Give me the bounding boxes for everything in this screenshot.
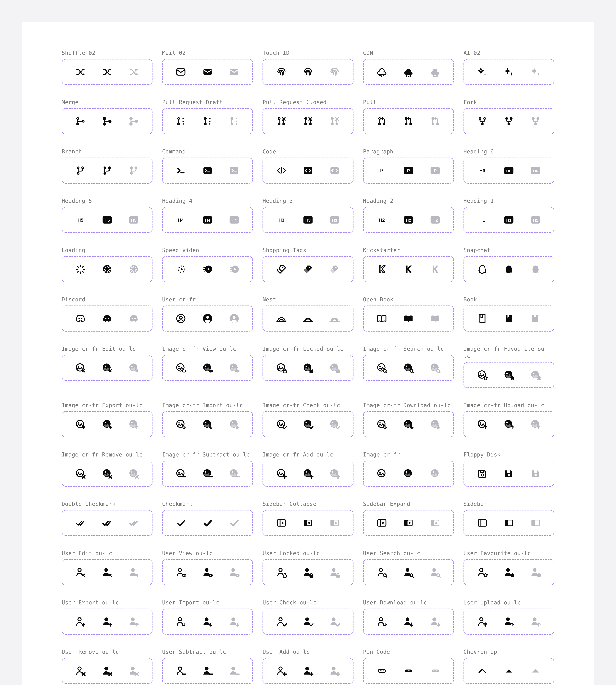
code-outline-icon[interactable] bbox=[274, 163, 289, 178]
book-outline-icon[interactable] bbox=[475, 311, 490, 326]
image-cr-fr-download-ou-lc-filled-icon[interactable] bbox=[401, 417, 416, 432]
ai-02-duotone-icon[interactable] bbox=[528, 64, 543, 80]
mail-02-filled-icon[interactable] bbox=[200, 64, 215, 80]
user-add-ou-lc-duotone-icon[interactable] bbox=[327, 663, 342, 679]
user-favourite-ou-lc-outline-icon[interactable] bbox=[475, 565, 490, 580]
heading-2-outline-icon[interactable]: H2 bbox=[374, 212, 389, 227]
user-check-ou-lc-duotone-icon[interactable] bbox=[327, 614, 342, 629]
shopping-tags-outline-icon[interactable] bbox=[274, 262, 289, 277]
snapchat-outline-icon[interactable] bbox=[475, 262, 490, 277]
double-checkmark-filled-icon[interactable] bbox=[100, 515, 115, 530]
user-remove-ou-lc-filled-icon[interactable] bbox=[100, 663, 115, 679]
branch-outline-icon[interactable] bbox=[73, 163, 88, 178]
image-cr-fr-subtract-ou-lc-outline-icon[interactable] bbox=[173, 466, 189, 481]
user-search-ou-lc-filled-icon[interactable] bbox=[401, 565, 416, 580]
pull-filled-icon[interactable] bbox=[401, 114, 416, 129]
double-checkmark-duotone-icon[interactable] bbox=[126, 515, 141, 530]
paragraph-duotone-icon[interactable]: P bbox=[427, 163, 443, 178]
image-cr-fr-upload-ou-lc-outline-icon[interactable] bbox=[475, 417, 490, 432]
snapchat-filled-icon[interactable] bbox=[501, 262, 516, 277]
mail-02-duotone-icon[interactable] bbox=[227, 64, 242, 80]
sidebar-collapse-outline-icon[interactable] bbox=[274, 515, 289, 530]
kickstarter-duotone-icon[interactable] bbox=[427, 262, 443, 277]
open-book-outline-icon[interactable] bbox=[374, 311, 389, 326]
heading-4-duotone-icon[interactable]: H4 bbox=[227, 212, 242, 227]
user-locked-ou-lc-filled-icon[interactable] bbox=[301, 565, 315, 580]
user-edit-ou-lc-outline-icon[interactable] bbox=[73, 565, 88, 580]
command-filled-icon[interactable] bbox=[200, 163, 215, 178]
shopping-tags-duotone-icon[interactable] bbox=[327, 262, 342, 277]
user-cr-fr-outline-icon[interactable] bbox=[173, 311, 189, 326]
speed-video-outline-icon[interactable] bbox=[173, 262, 189, 277]
pull-request-draft-outline-icon[interactable] bbox=[173, 114, 189, 129]
heading-4-filled-icon[interactable]: H4 bbox=[200, 212, 215, 227]
user-download-ou-lc-outline-icon[interactable] bbox=[374, 614, 389, 629]
user-subtract-ou-lc-outline-icon[interactable] bbox=[173, 663, 189, 679]
image-cr-fr-search-ou-lc-filled-icon[interactable] bbox=[401, 360, 416, 375]
speed-video-duotone-icon[interactable] bbox=[227, 262, 242, 277]
image-cr-fr-import-ou-lc-filled-icon[interactable] bbox=[200, 417, 215, 432]
image-cr-fr-duotone-icon[interactable] bbox=[427, 466, 443, 481]
user-import-ou-lc-filled-icon[interactable] bbox=[200, 614, 215, 629]
cdn-filled-icon[interactable] bbox=[401, 64, 416, 80]
user-subtract-ou-lc-duotone-icon[interactable] bbox=[227, 663, 242, 679]
pin-code-outline-icon[interactable] bbox=[374, 663, 389, 679]
sidebar-filled-icon[interactable] bbox=[501, 515, 516, 530]
touch-id-duotone-icon[interactable] bbox=[327, 64, 342, 80]
heading-3-filled-icon[interactable]: H3 bbox=[301, 212, 315, 227]
fork-filled-icon[interactable] bbox=[501, 114, 516, 129]
nest-duotone-icon[interactable] bbox=[327, 311, 342, 326]
user-export-ou-lc-duotone-icon[interactable] bbox=[126, 614, 141, 629]
image-cr-fr-view-ou-lc-duotone-icon[interactable] bbox=[227, 360, 242, 375]
command-duotone-icon[interactable] bbox=[227, 163, 242, 178]
fork-duotone-icon[interactable] bbox=[528, 114, 543, 129]
user-search-ou-lc-outline-icon[interactable] bbox=[374, 565, 389, 580]
user-upload-ou-lc-outline-icon[interactable] bbox=[475, 614, 490, 629]
chevron-up-duotone-icon[interactable] bbox=[528, 663, 543, 679]
image-cr-fr-remove-ou-lc-filled-icon[interactable] bbox=[100, 466, 115, 481]
shopping-tags-filled-icon[interactable] bbox=[301, 262, 315, 277]
heading-6-filled-icon[interactable]: H6 bbox=[501, 163, 516, 178]
code-duotone-icon[interactable] bbox=[327, 163, 342, 178]
user-remove-ou-lc-outline-icon[interactable] bbox=[73, 663, 88, 679]
image-cr-fr-remove-ou-lc-duotone-icon[interactable] bbox=[126, 466, 141, 481]
paragraph-filled-icon[interactable]: P bbox=[401, 163, 416, 178]
image-cr-fr-outline-icon[interactable] bbox=[374, 466, 389, 481]
cdn-outline-icon[interactable] bbox=[374, 64, 389, 80]
ai-02-outline-icon[interactable] bbox=[475, 64, 490, 80]
chevron-up-filled-icon[interactable] bbox=[501, 663, 516, 679]
fork-outline-icon[interactable] bbox=[475, 114, 490, 129]
user-check-ou-lc-filled-icon[interactable] bbox=[301, 614, 315, 629]
user-download-ou-lc-duotone-icon[interactable] bbox=[427, 614, 443, 629]
user-view-ou-lc-filled-icon[interactable] bbox=[200, 565, 215, 580]
floppy-disk-filled-icon[interactable] bbox=[501, 466, 516, 481]
sidebar-expand-filled-icon[interactable] bbox=[401, 515, 416, 530]
user-favourite-ou-lc-filled-icon[interactable] bbox=[501, 565, 516, 580]
nest-outline-icon[interactable] bbox=[274, 311, 289, 326]
user-add-ou-lc-filled-icon[interactable] bbox=[301, 663, 315, 679]
pull-request-closed-duotone-icon[interactable] bbox=[327, 114, 342, 129]
image-cr-fr-export-ou-lc-outline-icon[interactable] bbox=[73, 417, 88, 432]
open-book-filled-icon[interactable] bbox=[401, 311, 416, 326]
cdn-duotone-icon[interactable] bbox=[427, 64, 443, 80]
pull-request-draft-duotone-icon[interactable] bbox=[227, 114, 242, 129]
image-cr-fr-check-ou-lc-filled-icon[interactable] bbox=[301, 417, 315, 432]
user-remove-ou-lc-duotone-icon[interactable] bbox=[126, 663, 141, 679]
image-cr-fr-subtract-ou-lc-duotone-icon[interactable] bbox=[227, 466, 242, 481]
heading-1-filled-icon[interactable]: H1 bbox=[501, 212, 516, 227]
user-export-ou-lc-filled-icon[interactable] bbox=[100, 614, 115, 629]
heading-5-outline-icon[interactable]: H5 bbox=[73, 212, 88, 227]
user-view-ou-lc-outline-icon[interactable] bbox=[173, 565, 189, 580]
open-book-duotone-icon[interactable] bbox=[427, 311, 443, 326]
shuffle-02-outline-icon[interactable] bbox=[73, 64, 88, 80]
heading-4-outline-icon[interactable]: H4 bbox=[173, 212, 189, 227]
floppy-disk-duotone-icon[interactable] bbox=[528, 466, 543, 481]
merge-duotone-icon[interactable] bbox=[126, 114, 141, 129]
speed-video-filled-icon[interactable] bbox=[200, 262, 215, 277]
user-import-ou-lc-duotone-icon[interactable] bbox=[227, 614, 242, 629]
image-cr-fr-import-ou-lc-duotone-icon[interactable] bbox=[227, 417, 242, 432]
image-cr-fr-subtract-ou-lc-filled-icon[interactable] bbox=[200, 466, 215, 481]
pull-request-closed-outline-icon[interactable] bbox=[274, 114, 289, 129]
pin-code-filled-icon[interactable] bbox=[401, 663, 416, 679]
sidebar-outline-icon[interactable] bbox=[475, 515, 490, 530]
